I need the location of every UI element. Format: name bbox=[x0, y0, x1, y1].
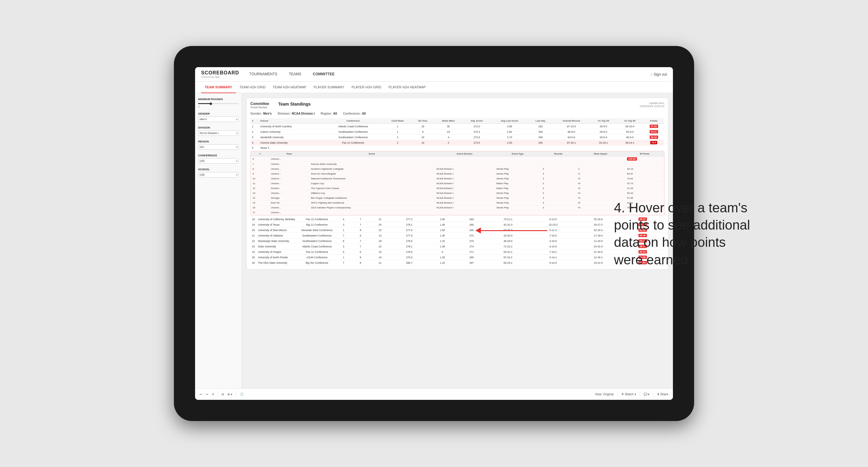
exp-cell-event: Amer An Intercollegiate bbox=[309, 172, 435, 176]
cell-school: University of California, Berkeley bbox=[256, 217, 299, 222]
exp-cell-points: 21.26 bbox=[625, 186, 664, 191]
region-select[interactable]: N/A bbox=[198, 144, 239, 150]
gender-select[interactable]: Men's bbox=[198, 117, 239, 122]
clock-button[interactable]: 🕐 bbox=[240, 393, 244, 396]
logo: SCOREBOARD Powered by clipp bbox=[201, 70, 239, 78]
min-rounds-slider[interactable] bbox=[198, 103, 239, 104]
exp-cell-event: National Invitational Tournament bbox=[309, 176, 435, 181]
sub-nav-player-h2h-grid[interactable]: PLAYER H2H GRID bbox=[348, 82, 385, 93]
school-select[interactable]: (All) bbox=[198, 172, 239, 178]
exp-col-rank: Rank Impact bbox=[576, 152, 625, 156]
share-button[interactable]: ⬆ Share bbox=[657, 393, 669, 396]
conference-select[interactable]: (All) bbox=[198, 158, 239, 164]
exp-cell-div: NCAA Division I bbox=[435, 181, 495, 186]
copy-button[interactable]: ⧉ bbox=[222, 393, 224, 396]
cell-school: Duke University bbox=[256, 244, 299, 249]
exp-cell-event: 2023 Sahalee Players Championship bbox=[309, 206, 435, 210]
sub-nav-team-h2h-heatmap[interactable]: TEAM H2H HEATMAP bbox=[269, 82, 310, 93]
sub-nav-player-h2h-heatmap[interactable]: PLAYER H2H HEATMAP bbox=[385, 82, 430, 93]
view-original-button[interactable]: View: Original bbox=[595, 393, 614, 396]
cell-bnds-wins: 18 bbox=[369, 238, 391, 244]
exp-cell-rounds: 3 bbox=[541, 176, 576, 181]
cell-conf-rank: 1 bbox=[335, 227, 352, 233]
cell-overall: 86-8-0 bbox=[553, 129, 590, 134]
division-select[interactable]: NCAA Division I bbox=[198, 130, 239, 136]
exp-cell-div bbox=[435, 162, 495, 167]
cell-rank: 19 bbox=[250, 222, 256, 227]
exp-cell-rank: +0 bbox=[576, 191, 625, 196]
exp-cell-type: Match Play bbox=[495, 181, 541, 186]
standings-title-area: Team Standings bbox=[269, 102, 639, 109]
exp-cell-num: 15 bbox=[251, 200, 269, 206]
cell-conference: Atlantic Coast Conference bbox=[299, 244, 335, 249]
conference-label: Conference bbox=[198, 154, 239, 157]
cell-bnds-wins: 21 bbox=[369, 217, 391, 222]
cell-vs25: 33-9-0 bbox=[590, 124, 617, 129]
exp-cell-team: Univers... bbox=[269, 181, 309, 186]
col-conference: Conference bbox=[323, 118, 384, 124]
exp-col-points: W Points bbox=[625, 152, 664, 156]
cell-conference: Pac-12 Conference bbox=[323, 140, 384, 146]
sidebar-conference: Conference (All) ▾ bbox=[198, 154, 239, 164]
exp-col-num: # bbox=[251, 152, 269, 156]
nav-tournaments[interactable]: TOURNAMENTS bbox=[248, 67, 279, 82]
cell-overall: 46-29-0 bbox=[486, 238, 530, 244]
exp-cell-rank: +5 bbox=[576, 181, 625, 186]
filter-row: Gender: Men's Division: NCAA Division I … bbox=[250, 112, 664, 115]
logo-text: SCOREBOARD bbox=[201, 70, 239, 75]
watch-button[interactable]: 👁 Watch ▾ bbox=[621, 393, 636, 396]
cell-bnds-wins: 23 bbox=[434, 129, 463, 134]
exp-cell-type: Stroke Play bbox=[495, 200, 541, 206]
portal-subtitle: Portal Review bbox=[250, 106, 269, 109]
cell-adj-score: 279.3 bbox=[391, 255, 427, 260]
refresh-button[interactable]: ↺ bbox=[212, 393, 214, 396]
comment-button[interactable]: 💬 ▾ bbox=[644, 393, 650, 396]
exp-cell-num: 12 bbox=[251, 186, 269, 191]
col-vs25: Vs Top 25 bbox=[590, 118, 617, 124]
exp-cell-rank: +1 bbox=[576, 172, 625, 176]
standings-title: Team Standings bbox=[278, 102, 639, 106]
sub-nav-team-summary[interactable]: TEAM SUMMARY bbox=[201, 82, 236, 93]
cell-bnds-wins: 10 bbox=[369, 249, 391, 255]
update-date: 13/03/2024 10:03:42 bbox=[639, 105, 664, 108]
cell-low-adj: 265 bbox=[528, 140, 553, 146]
cell-points[interactable]: 90.32 bbox=[643, 134, 664, 140]
cell-points[interactable]: 93.31 bbox=[643, 129, 664, 134]
portal-title-area: Committee Portal Review bbox=[250, 102, 269, 109]
exp-cell-event: Ben Hogan Collegiate Invitational bbox=[309, 196, 435, 200]
sidebar-minimum-rounds: Minimum Rounds 5 bbox=[198, 98, 239, 108]
table-row: 5 Texas T... bbox=[250, 146, 664, 151]
exp-cell-div: NCAA Division I bbox=[435, 172, 495, 176]
exp-cell-type: Stroke Play bbox=[495, 196, 541, 200]
cell-rank: 4 bbox=[250, 140, 258, 146]
nav-teams[interactable]: TEAMS bbox=[288, 67, 303, 82]
cell-conf-rank: 3 bbox=[335, 222, 352, 227]
cell-no-tour: 7 bbox=[352, 238, 369, 244]
nav-committee[interactable]: COMMITTEE bbox=[311, 67, 336, 82]
redo-button[interactable]: ↪ bbox=[206, 393, 208, 396]
exp-cell-type: Stroke Play bbox=[495, 191, 541, 196]
cell-bnds-wins: 2 bbox=[434, 140, 463, 146]
sub-nav-player-summary[interactable]: PLAYER SUMMARY bbox=[310, 82, 348, 93]
cell-low-adj: 260 bbox=[528, 129, 553, 134]
exp-cell-team: Univers... bbox=[269, 176, 309, 181]
cell-adj-score: 277.6 bbox=[391, 227, 427, 233]
undo-button[interactable]: ↩ bbox=[199, 393, 202, 396]
sign-out-button[interactable]: Sign out bbox=[654, 72, 667, 76]
cell-conf-rank: 1 bbox=[383, 124, 412, 129]
slider-value: 5 bbox=[198, 105, 239, 108]
exp-cell-rounds: 3 bbox=[541, 186, 576, 191]
sub-nav-team-h2h-grid[interactable]: TEAM H2H GRID bbox=[236, 82, 269, 93]
exp-cell-num: 17 bbox=[251, 210, 269, 215]
cell-vs50: 50-10-0 bbox=[617, 124, 643, 129]
cell-overall: 63-5-0 bbox=[553, 134, 590, 140]
cell-school: Vanderbilt University bbox=[258, 134, 322, 140]
exp-row: 12 Florida I The Cypress Point Classic N… bbox=[251, 186, 664, 191]
cell-points[interactable]: 78.5 bbox=[643, 140, 664, 146]
main-nav: TOURNAMENTS TEAMS COMMITTEE bbox=[248, 67, 651, 82]
cell-adj-score: 278.0 bbox=[391, 249, 427, 255]
more-button[interactable]: ⊕ ▾ bbox=[227, 393, 232, 396]
exp-cell-team: Univers... bbox=[269, 172, 309, 176]
col-no-tour: No Tour bbox=[412, 118, 434, 124]
cell-points[interactable]: 97.02 bbox=[643, 124, 664, 129]
